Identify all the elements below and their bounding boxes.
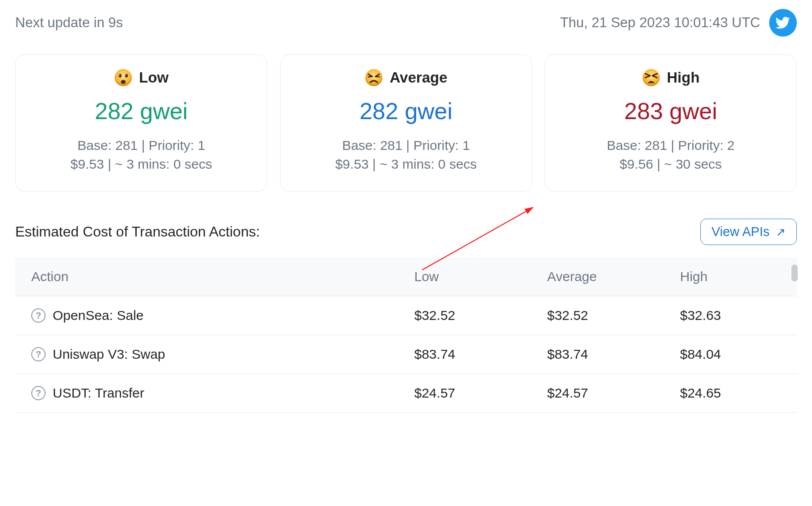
- card-label-average: Average: [389, 69, 447, 86]
- gwei-value-average: 282 gwei: [289, 98, 523, 124]
- svg-point-3: [120, 75, 121, 76]
- gas-cards-row: Low 282 gwei Base: 281 | Priority: 1 $9.…: [15, 54, 797, 192]
- svg-point-5: [121, 80, 126, 84]
- tired-emoji-icon: [642, 68, 661, 87]
- help-icon[interactable]: ?: [31, 386, 46, 400]
- col-header-average: Average: [531, 257, 664, 296]
- cell-high: $24.65: [664, 374, 797, 413]
- actions-table: Action Low Average High ? OpenSea: Sale …: [15, 257, 797, 413]
- card-label-low: Low: [139, 69, 168, 86]
- table-row: ? Uniswap V3: Swap $83.74 $83.74 $84.04: [15, 335, 797, 374]
- cell-high: $32.63: [664, 296, 797, 335]
- gas-card-high: High 283 gwei Base: 281 | Priority: 2 $9…: [544, 54, 797, 192]
- actions-table-wrap: Action Low Average High ? OpenSea: Sale …: [15, 257, 797, 413]
- cost-time-low: $9.53 | ~ 3 mins: 0 secs: [25, 157, 258, 172]
- section-title: Estimated Cost of Transaction Actions:: [15, 224, 260, 240]
- cell-average: $32.52: [531, 296, 664, 335]
- action-name: USDT: Transfer: [53, 386, 144, 401]
- card-header-high: High: [554, 68, 787, 87]
- external-link-icon: ↗: [776, 226, 786, 238]
- cost-time-high: $9.56 | ~ 30 secs: [554, 157, 787, 172]
- gas-card-average: Average 282 gwei Base: 281 | Priority: 1…: [280, 54, 532, 192]
- persevering-emoji-icon: [364, 68, 383, 87]
- gwei-value-low: 282 gwei: [25, 98, 258, 124]
- twitter-button[interactable]: [769, 9, 797, 37]
- card-header-average: Average: [289, 68, 523, 87]
- base-priority-average: Base: 281 | Priority: 1: [289, 138, 523, 153]
- cell-high: $84.04: [664, 335, 797, 374]
- cell-low: $32.52: [398, 296, 532, 335]
- action-name: OpenSea: Sale: [53, 308, 143, 323]
- twitter-bird-icon: [775, 15, 791, 30]
- scrollbar-thumb[interactable]: [791, 265, 798, 282]
- gas-card-low: Low 282 gwei Base: 281 | Priority: 1 $9.…: [15, 54, 268, 192]
- cell-average: $83.74: [531, 335, 664, 374]
- cell-low: $83.74: [398, 335, 532, 374]
- timestamp-text: Thu, 21 Sep 2023 10:01:43 UTC: [560, 15, 760, 31]
- base-priority-low: Base: 281 | Priority: 1: [25, 138, 258, 153]
- cell-average: $24.57: [531, 374, 664, 413]
- help-icon[interactable]: ?: [31, 347, 46, 361]
- card-label-high: High: [667, 69, 699, 86]
- col-header-action: Action: [15, 257, 398, 296]
- col-header-high: High: [664, 257, 797, 296]
- col-header-low: Low: [398, 257, 532, 296]
- view-apis-button[interactable]: View APIs ↗: [700, 219, 797, 245]
- svg-point-6: [365, 69, 383, 87]
- action-name: Uniswap V3: Swap: [53, 347, 165, 362]
- next-update-text: Next update in 9s: [15, 15, 123, 31]
- base-priority-high: Base: 281 | Priority: 2: [554, 138, 787, 153]
- table-row: ? USDT: Transfer $24.57 $24.57 $24.65: [15, 374, 797, 413]
- svg-point-4: [126, 75, 127, 76]
- cost-time-average: $9.53 | ~ 3 mins: 0 secs: [289, 157, 523, 172]
- frown-emoji-icon: [114, 68, 133, 87]
- top-bar: Next update in 9s Thu, 21 Sep 2023 10:01…: [15, 9, 797, 37]
- svg-point-2: [125, 74, 128, 78]
- section-header: Estimated Cost of Transaction Actions: V…: [15, 219, 797, 245]
- help-icon[interactable]: ?: [31, 308, 46, 323]
- svg-point-1: [119, 74, 121, 78]
- gwei-value-high: 283 gwei: [554, 98, 787, 124]
- card-header-low: Low: [25, 68, 258, 87]
- view-apis-label: View APIs: [712, 224, 770, 239]
- cell-low: $24.57: [398, 374, 532, 413]
- top-bar-right: Thu, 21 Sep 2023 10:01:43 UTC: [560, 9, 797, 37]
- table-row: ? OpenSea: Sale $32.52 $32.52 $32.63: [15, 296, 797, 335]
